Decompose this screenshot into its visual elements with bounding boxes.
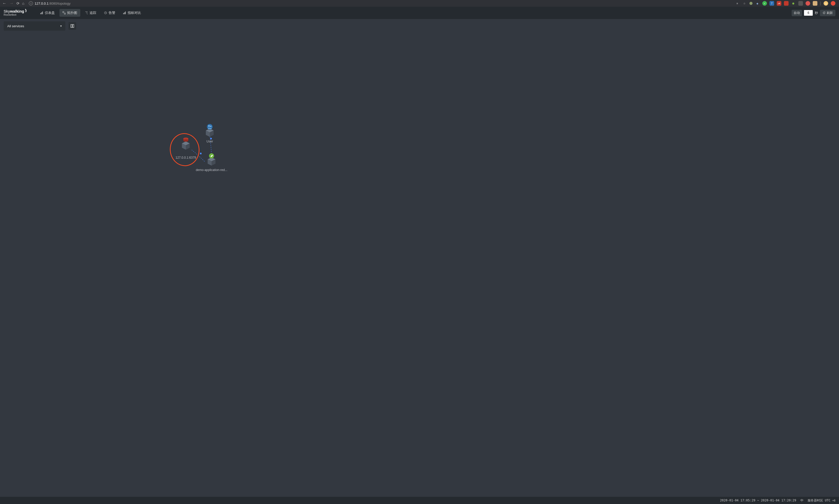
devtools-icon[interactable]: ◈ [755,1,760,6]
svg-rect-12 [200,153,202,154]
back-button[interactable]: ← [2,1,7,6]
nav-dashboard[interactable]: 仪表盘 [37,9,58,17]
timezone-text: 服务器时区 UTC [808,499,831,502]
interval-input[interactable] [804,10,813,16]
reload-button[interactable]: ⟳ [16,1,20,5]
topology-svg [0,33,839,497]
logo-swoosh-icon: ❫ [24,8,28,13]
nav-trace-label: 追踪 [90,11,96,15]
extension-circle-red-icon[interactable] [806,1,810,6]
chart-bar-icon [40,11,43,14]
url-rest: :8080/topology [49,2,71,5]
extension-red-icon[interactable] [784,1,789,6]
refresh-icon [823,11,826,14]
logo-prefix: Sky [4,9,10,13]
record-icon[interactable] [831,1,835,6]
vue-devtools-icon[interactable]: ✓ [762,1,767,6]
footer: 2020-01-04 17:05:29 ~ 2020-01-04 17:20:2… [0,497,839,504]
language-toggle[interactable]: 中 [800,498,803,503]
svg-rect-2 [42,12,43,14]
service-select[interactable]: All services ▾ [4,21,65,31]
time-range[interactable]: 2020-01-04 17:05:29 ~ 2020-01-04 17:20:2… [720,499,796,502]
topology-canvas[interactable]: 127.0.0.1:6379 User [0,33,839,497]
header-right: 自动 秒 刷新 [792,10,835,16]
nav-compare[interactable]: 指标对比 [120,9,144,17]
evernote-icon[interactable] [798,1,803,6]
timezone-offset: +8 [832,499,835,502]
svg-point-20 [208,125,210,127]
nav-dashboard-label: 仪表盘 [45,11,55,15]
logo-subtitle: Rocketbot [4,13,27,16]
extension-badge-7-icon[interactable]: 7 [770,1,774,6]
refresh-label: 刷新 [827,11,833,15]
svg-rect-10 [73,24,74,28]
svg-rect-4 [64,13,66,14]
refresh-button[interactable]: 刷新 [820,10,835,16]
users-icon [207,124,213,130]
home-button[interactable]: ⌂ [22,1,24,5]
nav-topology-label: 拓扑图 [67,11,77,15]
nav-alarm-label: 告警 [109,11,115,15]
seconds-label: 秒 [815,11,818,15]
calendar-icon[interactable] [813,1,817,6]
node-app[interactable] [207,156,216,167]
topology-icon [63,11,66,14]
extension-icons: ≡ ☆ ◈ ✓ 7 off ⬢ | ☺ [735,1,837,6]
browser-chrome: ← → ⟳ ⌂ i 127.0.0.1:8080/topology ≡ ☆ ◈ … [0,0,839,7]
svg-rect-6 [123,13,124,14]
svg-rect-0 [40,13,41,14]
nav-compare-label: 指标对比 [128,11,141,15]
forward-button[interactable]: → [9,1,14,6]
columns-icon [70,24,74,28]
node-user[interactable] [205,128,215,138]
spring-icon [209,153,214,158]
timezone-label[interactable]: 服务器时区 UTC +8 [808,498,835,503]
service-select-value: All services [7,24,24,28]
svg-point-21 [210,126,212,127]
app-header: Skywalking❫ Rocketbot 仪表盘 拓扑图 追踪 告警 指标对比… [0,7,839,19]
status-dot-icon [749,2,753,5]
address-bar[interactable]: i 127.0.0.1:8080/topology [29,1,732,6]
main-nav: 仪表盘 拓扑图 追踪 告警 指标对比 [37,9,144,17]
bookmark-star-icon[interactable]: ☆ [742,1,747,6]
nav-trace[interactable]: 追踪 [82,9,99,17]
separator: | [820,1,821,6]
logo-bold: walking [10,9,24,13]
nav-topology[interactable]: 拓扑图 [59,9,80,17]
svg-rect-3 [63,12,64,13]
nav-alarm[interactable]: 告警 [101,9,118,17]
chevron-down-icon: ▾ [60,24,62,28]
profile-avatar-icon[interactable]: ☺ [824,1,828,6]
svg-point-19 [207,124,213,130]
adblock-off-icon[interactable]: off [777,1,781,6]
skywalking-logo[interactable]: Skywalking❫ Rocketbot [4,9,27,16]
svg-rect-1 [41,12,42,14]
site-info-icon[interactable]: i [29,1,33,5]
svg-rect-7 [124,12,125,14]
url-host: 127.0.0.1 [34,2,48,5]
toolbar: All services ▾ [0,19,839,33]
svg-rect-8 [125,12,126,14]
alarm-icon [104,11,107,14]
view-toggle-button[interactable] [68,22,76,30]
svg-rect-9 [71,24,72,28]
trace-icon [85,11,88,14]
extension-green-icon[interactable]: ⬢ [791,1,796,6]
auto-toggle[interactable]: 自动 [792,10,802,16]
compare-icon [123,11,126,14]
node-app-label: demo-application-red... [194,168,230,172]
reader-mode-icon[interactable]: ≡ [735,1,740,6]
